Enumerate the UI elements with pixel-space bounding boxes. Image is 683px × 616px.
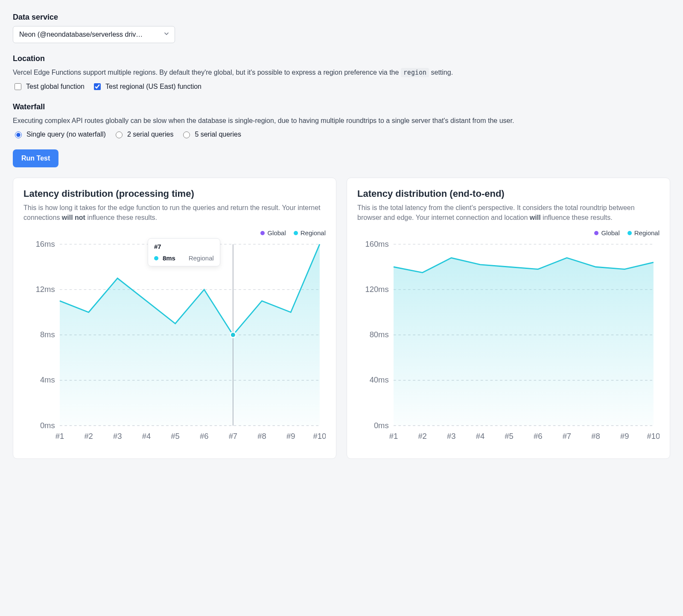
svg-text:4ms: 4ms (40, 376, 55, 385)
svg-text:8ms: 8ms (40, 330, 55, 339)
e2e-sub-post: influence these results. (543, 214, 613, 221)
svg-text:#8: #8 (591, 432, 600, 441)
e2e-chart-card: Latency distribution (end-to-end) This i… (347, 178, 670, 459)
svg-point-21 (231, 333, 236, 338)
waterfall-option-2[interactable]: 2 serial queries (114, 130, 174, 138)
svg-text:#6: #6 (534, 432, 542, 441)
test-global-checkbox-wrap[interactable]: Test global function (13, 82, 85, 91)
location-options-row: Test global function Test regional (US E… (13, 82, 670, 91)
svg-text:#9: #9 (286, 432, 295, 441)
e2e-legend: Global Regional (357, 229, 660, 236)
waterfall-label-1: 2 serial queries (127, 131, 174, 138)
processing-chart-title: Latency distribution (processing time) (23, 188, 326, 199)
location-desc-text: Vercel Edge Functions support multiple r… (13, 69, 401, 76)
location-heading: Location (13, 54, 670, 63)
location-desc-code: region (401, 68, 429, 77)
e2e-chart-wrap: 0ms40ms80ms120ms160ms#1#2#3#4#5#6#7#8#9#… (357, 238, 660, 445)
regional-dot-icon-2 (628, 231, 632, 235)
svg-text:#1: #1 (389, 432, 398, 441)
svg-text:#9: #9 (620, 432, 629, 441)
legend-global: Global (260, 229, 286, 236)
svg-text:#3: #3 (447, 432, 455, 441)
svg-text:0ms: 0ms (374, 421, 389, 430)
e2e-chart-title: Latency distribution (end-to-end) (357, 188, 660, 199)
data-service-section: Data service Neon (@neondatabase/serverl… (13, 13, 670, 43)
svg-text:#1: #1 (55, 432, 64, 441)
data-service-select-wrap[interactable]: Neon (@neondatabase/serverless driv… (13, 26, 175, 43)
tooltip-value: 8ms (163, 254, 175, 262)
processing-chart-card: Latency distribution (processing time) T… (13, 178, 336, 459)
regional-dot-icon (294, 231, 298, 235)
processing-chart[interactable]: 0ms4ms8ms12ms16ms#1#2#3#4#5#6#7#8#9#10 (23, 238, 326, 444)
waterfall-options-row: Single query (no waterfall) 2 serial que… (13, 130, 670, 138)
tooltip-head: #7 (154, 243, 214, 250)
waterfall-label-2: 5 serial queries (195, 131, 241, 138)
e2e-chart-sub: This is the total latency from the clien… (357, 203, 660, 222)
waterfall-option-5[interactable]: 5 serial queries (181, 130, 241, 138)
svg-text:#4: #4 (476, 432, 485, 441)
test-global-label: Test global function (26, 83, 85, 91)
svg-text:#10: #10 (313, 432, 326, 441)
svg-text:#2: #2 (84, 432, 93, 441)
legend-regional-2: Regional (628, 229, 660, 236)
svg-text:#10: #10 (647, 432, 660, 441)
global-dot-icon-2 (594, 231, 598, 235)
waterfall-radio-2[interactable] (116, 131, 123, 138)
e2e-sub-bold: will (530, 214, 541, 221)
svg-text:120ms: 120ms (365, 285, 388, 294)
svg-text:#7: #7 (229, 432, 237, 441)
run-test-button[interactable]: Run Test (13, 149, 58, 167)
waterfall-radio-single[interactable] (15, 131, 22, 138)
chart-tooltip: #7 8ms Regional (148, 238, 220, 266)
legend-regional: Regional (294, 229, 326, 236)
processing-chart-sub: This is how long it takes for the edge f… (23, 203, 326, 222)
test-global-checkbox[interactable] (15, 83, 21, 90)
processing-chart-wrap: 0ms4ms8ms12ms16ms#1#2#3#4#5#6#7#8#9#10 #… (23, 238, 326, 445)
svg-text:#2: #2 (418, 432, 426, 441)
waterfall-section: Waterfall Executing complex API routes g… (13, 102, 670, 138)
svg-text:40ms: 40ms (370, 376, 389, 385)
legend-regional-label-2: Regional (634, 229, 660, 236)
test-regional-label: Test regional (US East) function (105, 83, 201, 91)
global-dot-icon (260, 231, 265, 235)
svg-text:#7: #7 (563, 432, 571, 441)
svg-text:#5: #5 (171, 432, 179, 441)
data-service-select[interactable]: Neon (@neondatabase/serverless driv… (13, 26, 175, 43)
tooltip-series: Regional (189, 254, 214, 262)
legend-global-2: Global (594, 229, 619, 236)
svg-text:#5: #5 (505, 432, 513, 441)
waterfall-label-0: Single query (no waterfall) (26, 131, 106, 138)
waterfall-option-single[interactable]: Single query (no waterfall) (13, 130, 106, 138)
svg-text:#6: #6 (200, 432, 208, 441)
location-description: Vercel Edge Functions support multiple r… (13, 67, 670, 78)
svg-text:#8: #8 (257, 432, 266, 441)
svg-text:#4: #4 (142, 432, 151, 441)
legend-global-label-2: Global (601, 229, 619, 236)
svg-text:12ms: 12ms (36, 285, 55, 294)
charts-row: Latency distribution (processing time) T… (13, 178, 670, 459)
location-section: Location Vercel Edge Functions support m… (13, 54, 670, 91)
e2e-chart[interactable]: 0ms40ms80ms120ms160ms#1#2#3#4#5#6#7#8#9#… (357, 238, 660, 444)
tooltip-dot-icon (154, 256, 158, 260)
processing-sub-bold: will not (62, 214, 85, 221)
svg-text:0ms: 0ms (40, 421, 55, 430)
location-desc-post: setting. (431, 69, 453, 76)
svg-text:16ms: 16ms (36, 239, 55, 248)
svg-text:80ms: 80ms (370, 330, 389, 339)
legend-global-label: Global (267, 229, 286, 236)
waterfall-heading: Waterfall (13, 102, 670, 111)
waterfall-description: Executing complex API routes globally ca… (13, 116, 670, 126)
test-regional-checkbox[interactable] (94, 83, 101, 90)
svg-text:#3: #3 (113, 432, 122, 441)
test-regional-checkbox-wrap[interactable]: Test regional (US East) function (92, 82, 201, 91)
processing-sub-post: influence these results. (87, 214, 157, 221)
data-service-heading: Data service (13, 13, 670, 22)
svg-text:160ms: 160ms (365, 239, 388, 248)
processing-legend: Global Regional (23, 229, 326, 236)
waterfall-radio-5[interactable] (183, 131, 190, 138)
legend-regional-label: Regional (301, 229, 326, 236)
